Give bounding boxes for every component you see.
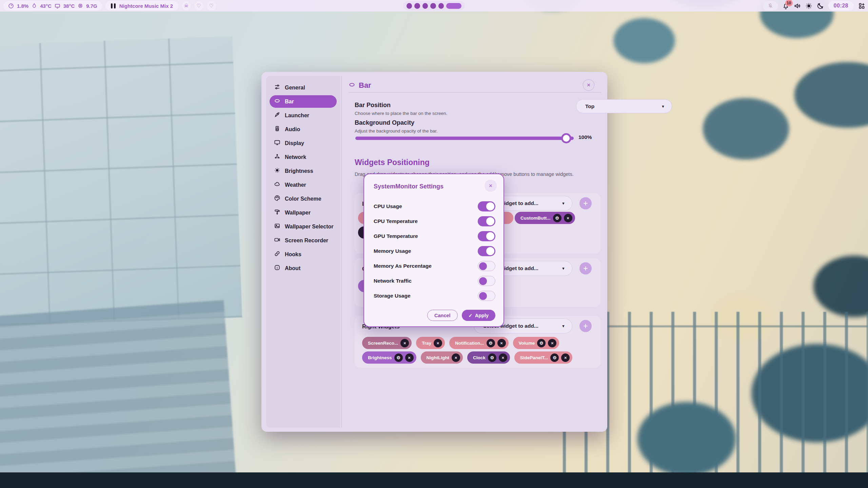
- pause-icon: [111, 3, 116, 8]
- heart-button-1[interactable]: ♡: [194, 1, 203, 11]
- wallpaper-railing: [563, 312, 868, 488]
- bar-position-dropdown[interactable]: Top ▼: [576, 99, 672, 113]
- sidebar-item-wallpaper-selector[interactable]: Wallpaper Selector: [270, 220, 337, 233]
- sidebar-item-bar[interactable]: Bar: [270, 95, 337, 108]
- cancel-button[interactable]: Cancel: [427, 310, 458, 321]
- check-icon: ✓: [469, 313, 473, 318]
- dashboard-button[interactable]: [858, 2, 865, 9]
- widget-chip[interactable]: Brightness ⚙ ×: [362, 351, 416, 364]
- left-widgets-add-button[interactable]: +: [579, 197, 592, 209]
- chip-label: Volume: [519, 341, 535, 346]
- sidebar-item-screen-recorder[interactable]: Screen Recorder: [270, 234, 337, 247]
- toggle-knob: [479, 262, 487, 270]
- chip-remove-button[interactable]: ×: [400, 339, 409, 347]
- chip-label: Notification...: [455, 341, 484, 346]
- widget-chip[interactable]: Clock ⚙ ×: [467, 351, 510, 364]
- night-light-off-button[interactable]: [817, 2, 824, 9]
- sidebar-item-general[interactable]: General: [270, 81, 337, 94]
- sidebar-item-network[interactable]: Network: [270, 151, 337, 163]
- sidebar-item-brightness[interactable]: Brightness: [270, 165, 337, 177]
- widget-chip[interactable]: CustomButt... ⚙ ×: [515, 212, 575, 224]
- chip-remove-button[interactable]: ×: [405, 353, 414, 362]
- workspace-dot-4[interactable]: [430, 3, 436, 9]
- window-close-button[interactable]: ×: [583, 79, 594, 91]
- sidebar-item-label: Bar: [285, 99, 294, 105]
- widget-chip[interactable]: ScreenReco... ×: [362, 337, 412, 349]
- memory-chip-icon: [78, 3, 83, 8]
- chip-remove-button[interactable]: ×: [548, 339, 556, 347]
- cloud-icon: [274, 181, 280, 189]
- chip-remove-button[interactable]: ×: [434, 339, 442, 347]
- system-stats-module[interactable]: 1.8% 43°C 38°C 9.7G: [3, 1, 102, 11]
- sidebar-item-weather[interactable]: Weather: [270, 179, 337, 191]
- sidebar-item-launcher[interactable]: Launcher: [270, 109, 337, 122]
- chip-remove-button[interactable]: ×: [452, 353, 460, 362]
- sidebar-item-hooks[interactable]: Hooks: [270, 248, 337, 261]
- memory-value: 9.7G: [86, 3, 97, 9]
- paint-roller-icon: [274, 209, 280, 217]
- workspace-indicator[interactable]: [403, 1, 465, 11]
- sidebar-item-audio[interactable]: Audio: [270, 123, 337, 136]
- cpu-temperature-toggle[interactable]: [478, 216, 495, 226]
- widget-chip[interactable]: SidePanelT... ⚙ ×: [514, 351, 573, 364]
- widget-chip[interactable]: Volume ⚙ ×: [513, 337, 559, 349]
- sidebar-item-label: Weather: [285, 182, 306, 188]
- sidebar-item-label: Wallpaper Selector: [285, 224, 333, 230]
- systemmonitor-settings-modal: SystemMonitor Settings × CPU Usage CPU T…: [363, 174, 504, 327]
- right-widgets-row-1: ScreenReco... × Tray × Notification... ⚙…: [362, 337, 559, 349]
- mic-muted-button[interactable]: [763, 1, 778, 11]
- gpu-temperature-toggle[interactable]: [478, 231, 495, 241]
- chip-settings-button[interactable]: ⚙: [537, 339, 546, 347]
- workspace-dot-2[interactable]: [414, 3, 420, 9]
- chip-remove-button[interactable]: ×: [497, 339, 506, 347]
- widget-chip[interactable]: Notification... ⚙ ×: [449, 337, 509, 349]
- clock-module[interactable]: 00:28: [828, 1, 854, 11]
- sidebar-item-color-scheme[interactable]: Color Scheme: [270, 192, 337, 205]
- chip-remove-button[interactable]: ×: [561, 353, 570, 362]
- center-widgets-add-button[interactable]: +: [579, 262, 592, 274]
- workspace-active-pill[interactable]: [446, 3, 461, 9]
- workspace-dot-3[interactable]: [422, 3, 428, 9]
- widget-chip[interactable]: Tray ×: [416, 337, 445, 349]
- toggle-label: Memory Usage: [374, 248, 411, 254]
- sidebar-item-about[interactable]: About: [270, 262, 337, 274]
- skull-button[interactable]: ☠: [182, 1, 191, 11]
- chip-remove-button[interactable]: ×: [499, 353, 507, 362]
- media-player-module[interactable]: Nightcore Music Mix 20...: [105, 1, 178, 11]
- chip-settings-button[interactable]: ⚙: [394, 353, 403, 362]
- toggle-knob: [479, 292, 487, 300]
- chip-remove-button[interactable]: ×: [564, 214, 572, 222]
- right-widgets-add-button[interactable]: +: [579, 320, 592, 332]
- notifications-button[interactable]: 10: [782, 2, 789, 9]
- storage-usage-toggle[interactable]: [478, 291, 495, 301]
- toggle-label: GPU Temperature: [374, 233, 418, 239]
- apply-button[interactable]: ✓ Apply: [462, 310, 495, 321]
- sidebar-item-wallpaper[interactable]: Wallpaper: [270, 206, 337, 219]
- network-traffic-toggle[interactable]: [478, 276, 495, 286]
- workspace-dot-1[interactable]: [407, 3, 412, 9]
- chip-settings-button[interactable]: ⚙: [553, 214, 561, 222]
- chip-settings-button[interactable]: ⚙: [550, 353, 559, 362]
- sidebar-item-label: Wallpaper: [285, 210, 311, 216]
- chip-label: SidePanelT...: [520, 355, 548, 360]
- modal-close-button[interactable]: ×: [485, 180, 497, 192]
- top-bar-left: 1.8% 43°C 38°C 9.7G Nightcore Music Mix …: [3, 1, 216, 11]
- chip-settings-button[interactable]: ⚙: [487, 339, 495, 347]
- chip-settings-button[interactable]: ⚙: [488, 353, 496, 362]
- workspace-dot-5[interactable]: [438, 3, 444, 9]
- background-opacity-slider[interactable]: [355, 137, 574, 140]
- memory-usage-toggle[interactable]: [478, 246, 495, 256]
- flame-icon: [32, 3, 37, 9]
- brightness-button[interactable]: [805, 2, 812, 9]
- gear-icon: ⚙: [396, 355, 400, 360]
- close-icon: ×: [564, 355, 567, 360]
- sidebar-item-display[interactable]: Display: [270, 137, 337, 149]
- slider-thumb[interactable]: [561, 133, 571, 143]
- heart-button-2[interactable]: ♡: [207, 1, 216, 11]
- cpu-usage-toggle[interactable]: [478, 201, 495, 211]
- sidebar-item-label: Audio: [285, 126, 300, 133]
- volume-button[interactable]: [794, 2, 801, 9]
- widget-chip[interactable]: NightLight ×: [421, 351, 463, 364]
- memory-as-percentage-toggle[interactable]: [478, 261, 495, 271]
- bar-position-value: Top: [585, 103, 594, 109]
